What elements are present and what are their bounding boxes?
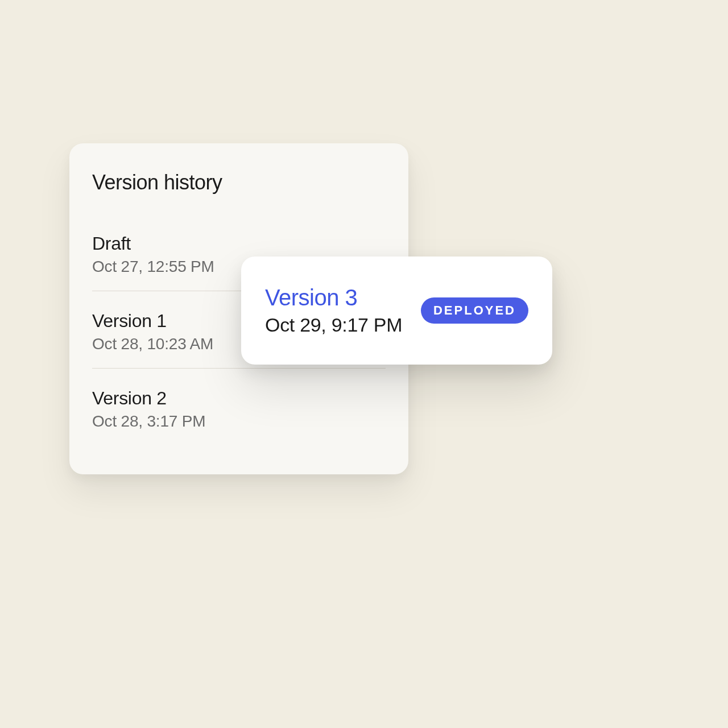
version-name: Version 2 [92, 388, 386, 409]
version-date: Oct 28, 3:17 PM [92, 412, 386, 431]
card-title: Version history [92, 171, 386, 195]
version-item-3-text: Version 3 Oct 29, 9:17 PM [265, 285, 402, 336]
version-date: Oct 29, 9:17 PM [265, 314, 402, 336]
version-item-2[interactable]: Version 2 Oct 28, 3:17 PM [92, 368, 386, 445]
version-name: Version 3 [265, 285, 402, 311]
version-name: Draft [92, 233, 386, 254]
version-item-3[interactable]: Version 3 Oct 29, 9:17 PM DEPLOYED [241, 257, 552, 365]
status-badge-deployed: DEPLOYED [421, 297, 528, 324]
